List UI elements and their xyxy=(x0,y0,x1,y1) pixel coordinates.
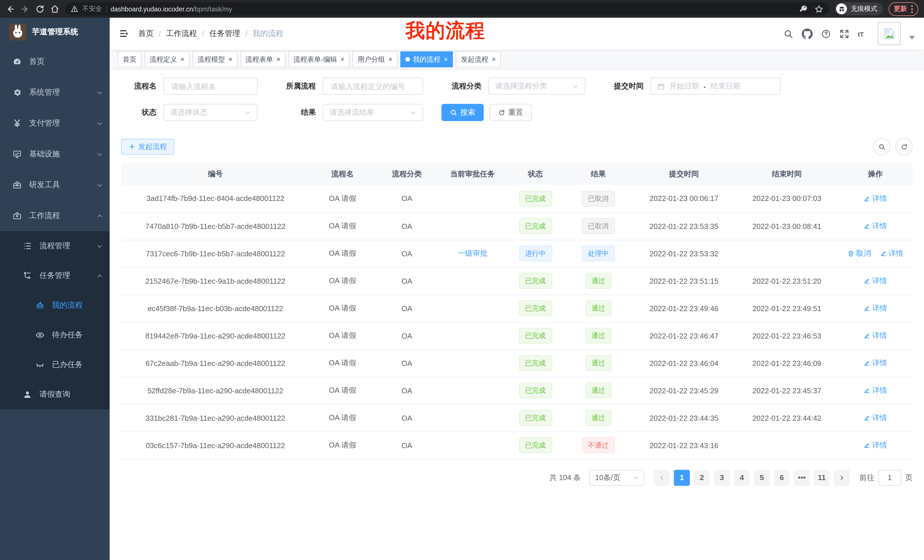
page-button[interactable]: 2 xyxy=(694,470,710,485)
detail-action[interactable]: 详情 xyxy=(864,221,887,231)
cell-process-name: OA 请假 xyxy=(309,295,375,322)
create-process-button[interactable]: 发起流程 xyxy=(121,139,174,155)
tab[interactable]: 发起流程 × xyxy=(456,51,501,67)
tab[interactable]: 我的流程 × xyxy=(400,51,453,67)
sidebar-item-system[interactable]: 系统管理 xyxy=(0,77,110,108)
flow-branch-icon xyxy=(23,271,32,280)
sidebar-item-payment[interactable]: 支付管理 xyxy=(0,108,110,139)
update-button[interactable]: 更新 xyxy=(889,2,918,16)
tab-close-icon[interactable]: × xyxy=(228,56,232,63)
address-bar[interactable]: 不安全 dashboard.yudao.iocoder.cn/bpm/task/… xyxy=(65,2,829,15)
sidebar-item-task-mgmt[interactable]: 任务管理 xyxy=(0,261,110,290)
key-icon[interactable] xyxy=(799,4,807,13)
caret-down-icon[interactable] xyxy=(909,36,915,39)
cell-actions: 详情 xyxy=(838,322,913,349)
filter-time-label: 提交时间 xyxy=(604,81,644,91)
reload-icon[interactable] xyxy=(35,4,45,13)
table-row: 2152467e-7b9b-11ec-9a1b-acde48001122 OA … xyxy=(121,267,913,295)
sidebar-collapse-icon[interactable] xyxy=(119,28,129,39)
sidebar-item-done-tasks[interactable]: 已办任务 xyxy=(0,350,110,380)
url-path: /bpm/task/my xyxy=(193,5,232,12)
sidebar-item-leave-query[interactable]: 请假查询 xyxy=(0,380,110,409)
breadcrumb-task-mgmt[interactable]: 任务管理 xyxy=(209,28,240,39)
page-button[interactable]: 6 xyxy=(774,470,790,485)
page-button[interactable]: 4 xyxy=(734,470,750,485)
help-icon[interactable] xyxy=(821,29,831,39)
column-header: 当前审批任务 xyxy=(438,163,507,185)
detail-action[interactable]: 详情 xyxy=(864,385,887,395)
fullscreen-icon[interactable] xyxy=(840,29,849,39)
back-icon[interactable] xyxy=(6,4,15,13)
bookmark-star-icon[interactable] xyxy=(814,4,824,13)
page-button[interactable]: 3 xyxy=(714,470,730,485)
sidebar-item-home[interactable]: 首页 xyxy=(0,46,110,77)
cell-id: 7317cec6-7b9b-11ec-b5b7-acde48001122 xyxy=(121,240,309,267)
page-button[interactable]: 1 xyxy=(674,470,690,485)
refresh-table-button[interactable] xyxy=(896,138,913,155)
tab[interactable]: 流程定义 × xyxy=(144,51,190,67)
chevron-right-icon xyxy=(839,475,844,481)
tab-close-icon[interactable]: × xyxy=(276,56,280,63)
tab[interactable]: 首页 xyxy=(118,51,142,67)
category-select[interactable]: 请选择流程分类 xyxy=(488,78,585,95)
detail-action[interactable]: 详情 xyxy=(864,276,887,286)
page-button[interactable]: 5 xyxy=(754,470,770,485)
reset-button[interactable]: 重置 xyxy=(489,104,532,121)
page-button[interactable]: ••• xyxy=(794,470,810,485)
process-name-input[interactable] xyxy=(164,78,258,95)
cancel-action[interactable]: 取消 xyxy=(848,248,871,259)
detail-action[interactable]: 详情 xyxy=(864,193,887,204)
date-range-picker[interactable]: 开始日期 - 结束日期 xyxy=(651,78,781,95)
tab[interactable]: 用户分组 × xyxy=(352,51,398,67)
tab[interactable]: 流程表单-编辑 × xyxy=(288,51,350,67)
sidebar-item-infrastructure[interactable]: 基础设施 xyxy=(0,139,110,169)
breadcrumb-workflow[interactable]: 工作流程 xyxy=(166,28,197,39)
tab-close-icon[interactable]: × xyxy=(340,56,344,63)
detail-action[interactable]: 详情 xyxy=(880,248,903,259)
tab[interactable]: 流程表单 × xyxy=(240,51,285,67)
forward-icon[interactable] xyxy=(21,4,30,13)
detail-action[interactable]: 详情 xyxy=(864,303,887,313)
cell-submit-time: 2022-01-22 23:45:29 xyxy=(633,377,735,404)
search-button[interactable]: 搜索 xyxy=(441,104,484,121)
page-button[interactable]: 11 xyxy=(814,470,830,485)
cell-process-name: OA 请假 xyxy=(309,267,375,295)
result-badge: 通过 xyxy=(585,382,611,398)
jump-page-input[interactable] xyxy=(878,470,901,485)
prev-page-button[interactable] xyxy=(654,470,670,485)
current-task-link[interactable]: 一级审批 xyxy=(458,249,488,258)
process-name-input-field[interactable] xyxy=(170,81,251,91)
process-definition-input[interactable] xyxy=(322,78,423,95)
github-icon[interactable] xyxy=(802,28,813,39)
detail-action[interactable]: 详情 xyxy=(864,358,887,368)
cell-end-time: 2022-01-22 23:49:51 xyxy=(735,295,838,322)
toggle-search-button[interactable] xyxy=(873,138,890,155)
cell-submit-time: 2022-01-22 23:44:35 xyxy=(633,404,735,431)
sidebar-item-my-process[interactable]: 我的流程 xyxy=(0,290,110,320)
font-size-icon[interactable]: tT xyxy=(858,28,869,39)
result-select[interactable]: 请选择流结果 xyxy=(322,104,423,121)
next-page-button[interactable] xyxy=(834,470,850,485)
sidebar-item-devtools[interactable]: 研发工具 xyxy=(0,169,110,201)
home-icon[interactable] xyxy=(50,4,59,13)
process-definition-input-field[interactable] xyxy=(330,81,416,91)
sidebar-item-workflow[interactable]: 工作流程 xyxy=(0,201,110,231)
detail-action[interactable]: 详情 xyxy=(864,331,887,341)
page-size-select[interactable]: 10条/页 xyxy=(590,470,644,485)
tab-close-icon[interactable]: × xyxy=(388,56,392,63)
tab-close-icon[interactable]: × xyxy=(180,56,184,63)
chevron-down-icon xyxy=(96,182,103,188)
tab-close-icon[interactable]: × xyxy=(492,56,496,63)
tab-close-icon[interactable]: × xyxy=(444,56,448,63)
sidebar-item-todo-tasks[interactable]: 待办任务 xyxy=(0,320,110,350)
search-icon[interactable] xyxy=(783,29,793,39)
avatar[interactable] xyxy=(878,22,901,45)
browser-menu-icon[interactable] xyxy=(911,5,913,13)
detail-action[interactable]: 详情 xyxy=(864,413,887,423)
tab[interactable]: 流程模型 × xyxy=(192,51,238,67)
sidebar-item-process-mgmt[interactable]: 流程管理 xyxy=(0,231,110,261)
status-select[interactable]: 请选择状态 xyxy=(164,104,258,121)
edit-icon xyxy=(864,332,871,339)
detail-action[interactable]: 详情 xyxy=(864,440,887,451)
breadcrumb-home[interactable]: 首页 xyxy=(138,28,154,39)
